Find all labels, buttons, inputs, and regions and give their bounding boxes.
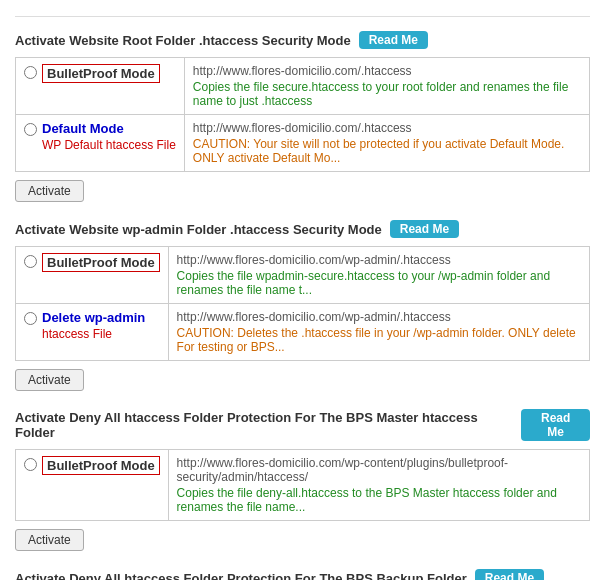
section-header-text-root-htaccess: Activate Website Root Folder .htaccess S… <box>15 33 351 48</box>
option-desc-cell-bulletproof-wpadmin: http://www.flores-domicilio.com/wp-admin… <box>168 247 589 304</box>
section-header-wpadmin-htaccess: Activate Website wp-admin Folder .htacce… <box>15 220 590 238</box>
option-name-bulletproof-root: BulletProof Mode <box>42 64 160 83</box>
options-table-bps-master-htaccess: BulletProof Modehttp://www.flores-domici… <box>15 449 590 521</box>
activate-button-bps-master-htaccess[interactable]: Activate <box>15 529 84 551</box>
option-label-cell-delete-wpadmin: Delete wp-adminhtaccess File <box>16 304 169 361</box>
section-root-htaccess: Activate Website Root Folder .htaccess S… <box>15 31 590 202</box>
table-row: BulletProof Modehttp://www.flores-domici… <box>16 450 590 521</box>
option-description-default-root: CAUTION: Your site will not be protected… <box>193 137 581 165</box>
option-label-cell-bulletproof-master: BulletProof Mode <box>16 450 169 521</box>
page-title <box>15 10 590 17</box>
read-me-button-root-htaccess[interactable]: Read Me <box>359 31 428 49</box>
activate-button-wpadmin-htaccess[interactable]: Activate <box>15 369 84 391</box>
option-description-bulletproof-master: Copies the file deny-all.htaccess to the… <box>177 486 581 514</box>
section-wpadmin-htaccess: Activate Website wp-admin Folder .htacce… <box>15 220 590 391</box>
option-url-bulletproof-master: http://www.flores-domicilio.com/wp-conte… <box>177 456 581 484</box>
section-header-text-bps-backup-htaccess: Activate Deny All htaccess Folder Protec… <box>15 571 467 581</box>
activate-button-root-htaccess[interactable]: Activate <box>15 180 84 202</box>
table-row: BulletProof Modehttp://www.flores-domici… <box>16 247 590 304</box>
section-header-root-htaccess: Activate Website Root Folder .htaccess S… <box>15 31 590 49</box>
read-me-button-bps-backup-htaccess[interactable]: Read Me <box>475 569 544 580</box>
radio-bulletproof-wpadmin[interactable] <box>24 255 37 268</box>
table-row: Default ModeWP Default htaccess Filehttp… <box>16 115 590 172</box>
option-desc-cell-delete-wpadmin: http://www.flores-domicilio.com/wp-admin… <box>168 304 589 361</box>
read-me-button-wpadmin-htaccess[interactable]: Read Me <box>390 220 459 238</box>
read-me-button-bps-master-htaccess[interactable]: Read Me <box>521 409 590 441</box>
option-url-default-root: http://www.flores-domicilio.com/.htacces… <box>193 121 581 135</box>
option-label-cell-bulletproof-wpadmin: BulletProof Mode <box>16 247 169 304</box>
option-desc-cell-default-root: http://www.flores-domicilio.com/.htacces… <box>184 115 589 172</box>
section-bps-backup-htaccess: Activate Deny All htaccess Folder Protec… <box>15 569 590 580</box>
option-description-bulletproof-root: Copies the file secure.htaccess to your … <box>193 80 581 108</box>
option-label-cell-default-root: Default ModeWP Default htaccess File <box>16 115 185 172</box>
radio-delete-wpadmin[interactable] <box>24 312 37 325</box>
option-name-delete-wpadmin: Delete wp-admin <box>42 310 145 325</box>
option-sublabel-default-root: WP Default htaccess File <box>42 138 176 152</box>
radio-default-root[interactable] <box>24 123 37 136</box>
section-bps-master-htaccess: Activate Deny All htaccess Folder Protec… <box>15 409 590 551</box>
option-sublabel-delete-wpadmin: htaccess File <box>42 327 145 341</box>
section-header-bps-backup-htaccess: Activate Deny All htaccess Folder Protec… <box>15 569 590 580</box>
section-header-text-wpadmin-htaccess: Activate Website wp-admin Folder .htacce… <box>15 222 382 237</box>
table-row: Delete wp-adminhtaccess Filehttp://www.f… <box>16 304 590 361</box>
options-table-wpadmin-htaccess: BulletProof Modehttp://www.flores-domici… <box>15 246 590 361</box>
option-url-bulletproof-root: http://www.flores-domicilio.com/.htacces… <box>193 64 581 78</box>
radio-bulletproof-master[interactable] <box>24 458 37 471</box>
option-url-bulletproof-wpadmin: http://www.flores-domicilio.com/wp-admin… <box>177 253 581 267</box>
option-description-delete-wpadmin: CAUTION: Deletes the .htaccess file in y… <box>177 326 581 354</box>
radio-bulletproof-root[interactable] <box>24 66 37 79</box>
table-row: BulletProof Modehttp://www.flores-domici… <box>16 58 590 115</box>
option-description-bulletproof-wpadmin: Copies the file wpadmin-secure.htaccess … <box>177 269 581 297</box>
option-name-bulletproof-wpadmin: BulletProof Mode <box>42 253 160 272</box>
option-desc-cell-bulletproof-master: http://www.flores-domicilio.com/wp-conte… <box>168 450 589 521</box>
section-header-bps-master-htaccess: Activate Deny All htaccess Folder Protec… <box>15 409 590 441</box>
option-name-bulletproof-master: BulletProof Mode <box>42 456 160 475</box>
option-name-default-root: Default Mode <box>42 121 124 136</box>
option-desc-cell-bulletproof-root: http://www.flores-domicilio.com/.htacces… <box>184 58 589 115</box>
option-url-delete-wpadmin: http://www.flores-domicilio.com/wp-admin… <box>177 310 581 324</box>
section-header-text-bps-master-htaccess: Activate Deny All htaccess Folder Protec… <box>15 410 513 440</box>
options-table-root-htaccess: BulletProof Modehttp://www.flores-domici… <box>15 57 590 172</box>
option-label-cell-bulletproof-root: BulletProof Mode <box>16 58 185 115</box>
